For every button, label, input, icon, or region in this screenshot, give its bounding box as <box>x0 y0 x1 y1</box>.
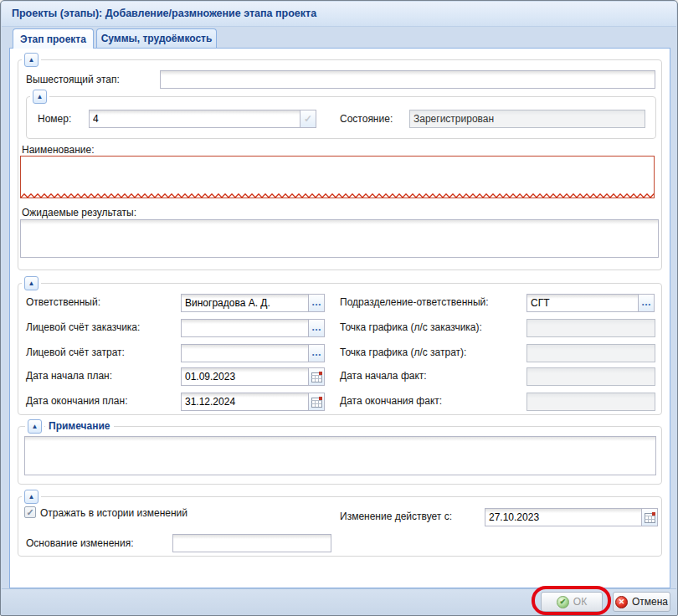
fact-end-date-label: Дата окончания факт: <box>340 395 442 407</box>
number-input[interactable] <box>89 110 300 128</box>
fact-end-date-input <box>526 393 655 411</box>
cancel-button-label: Отмена <box>632 596 668 608</box>
triangle-up-icon: ▲ <box>37 94 44 100</box>
calendar-icon <box>311 397 322 408</box>
ok-button[interactable]: ✔ ОК <box>541 592 603 612</box>
history-checkbox-label: Отражать в истории изменений <box>40 507 187 519</box>
triangle-up-icon: ▲ <box>28 57 35 64</box>
window-titlebar[interactable]: Проекты (этапы): Добавление/размножение … <box>2 2 676 27</box>
state-label: Состояние: <box>340 113 393 125</box>
customer-account-label: Лицевой счёт заказчика: <box>26 321 140 333</box>
check-icon: ✓ <box>26 508 33 517</box>
tab-sums-label: Суммы, трудоёмкость <box>101 33 213 44</box>
number-label: Номер: <box>38 113 71 125</box>
name-field-invalid <box>20 156 655 198</box>
plan-end-date-trigger[interactable] <box>308 393 325 411</box>
parent-stage-label: Вышестоящий этап: <box>26 74 120 85</box>
change-reason-input[interactable] <box>172 534 331 552</box>
number-confirm-trigger[interactable]: ✓ <box>300 110 316 128</box>
responsible-lookup-trigger[interactable]: … <box>308 294 325 312</box>
dialog-window: Проекты (этапы): Добавление/размножение … <box>0 0 678 616</box>
ellipsis-icon: … <box>311 298 321 306</box>
triangle-up-icon: ▲ <box>28 494 35 501</box>
ellipsis-icon: … <box>311 348 321 357</box>
responsible-department-lookup-trigger[interactable]: … <box>638 294 655 312</box>
note-textarea[interactable] <box>24 436 656 475</box>
plan-end-date-label: Дата окончания план: <box>26 395 128 407</box>
fieldset-note-collapse-button[interactable]: ▲ <box>28 419 42 434</box>
customer-account-input[interactable] <box>181 319 309 337</box>
invalid-underline-icon <box>21 193 654 198</box>
schedule-point-customer-input <box>526 319 655 337</box>
tab-sums[interactable]: Суммы, трудоёмкость <box>96 28 217 48</box>
fact-start-date-input <box>526 367 655 386</box>
fact-start-date-label: Дата начала факт: <box>340 370 427 382</box>
name-textarea[interactable] <box>21 157 654 192</box>
plan-start-date-input[interactable] <box>181 367 309 386</box>
schedule-point-customer-label: Точка графика (л/с заказчика): <box>340 321 482 333</box>
ok-check-icon: ✔ <box>557 596 569 608</box>
cancel-x-icon: ✕ <box>615 596 628 608</box>
calendar-icon <box>645 512 655 523</box>
customer-account-lookup-trigger[interactable]: … <box>308 319 325 337</box>
parent-stage-input[interactable] <box>160 70 655 89</box>
cost-account-input[interactable] <box>181 344 309 362</box>
change-effective-date-trigger[interactable] <box>641 508 658 526</box>
fieldset-details-collapse-button[interactable]: ▲ <box>24 276 39 290</box>
cancel-button[interactable]: ✕ Отмена <box>613 592 670 612</box>
responsible-department-input[interactable] <box>526 294 639 312</box>
schedule-point-cost-label: Точка графика (л/с затрат): <box>340 346 466 358</box>
expected-results-textarea[interactable] <box>20 219 659 258</box>
schedule-point-cost-input <box>526 344 655 362</box>
change-effective-date-label: Изменение действует с: <box>340 511 452 522</box>
fieldset-history-collapse-button[interactable]: ▲ <box>24 490 39 504</box>
cost-account-lookup-trigger[interactable]: … <box>308 344 325 362</box>
change-effective-date-input[interactable] <box>485 508 642 526</box>
window-title: Проекты (этапы): Добавление/размножение … <box>12 8 316 19</box>
tab-stage-label: Этап проекта <box>20 33 86 45</box>
responsible-department-label: Подразделение-ответственный: <box>340 296 489 308</box>
triangle-up-icon: ▲ <box>32 424 39 430</box>
ellipsis-icon: … <box>641 298 651 306</box>
ellipsis-icon: … <box>311 323 321 331</box>
state-input <box>409 110 645 128</box>
plan-start-date-trigger[interactable] <box>308 367 325 386</box>
ok-button-label: ОК <box>573 596 587 608</box>
gray-check-icon: ✓ <box>304 113 312 125</box>
fieldset-number-collapse-button[interactable]: ▲ <box>33 90 47 104</box>
note-legend: Примечание <box>45 420 114 432</box>
calendar-icon <box>311 372 322 382</box>
fieldset-main-collapse-button[interactable]: ▲ <box>24 53 39 67</box>
triangle-up-icon: ▲ <box>28 280 35 287</box>
responsible-input[interactable] <box>181 294 309 312</box>
expected-results-label: Ожидаемые результаты: <box>22 207 136 218</box>
tab-stage[interactable]: Этап проекта <box>13 28 94 49</box>
name-label: Наименование: <box>22 144 95 156</box>
cost-account-label: Лицевой счёт затрат: <box>26 346 125 358</box>
history-checkbox: ✓ <box>24 506 36 518</box>
responsible-label: Ответственный: <box>26 296 100 308</box>
plan-end-date-input[interactable] <box>181 393 309 411</box>
plan-start-date-label: Дата начала план: <box>26 370 112 382</box>
change-reason-label: Основание изменения: <box>26 537 133 549</box>
